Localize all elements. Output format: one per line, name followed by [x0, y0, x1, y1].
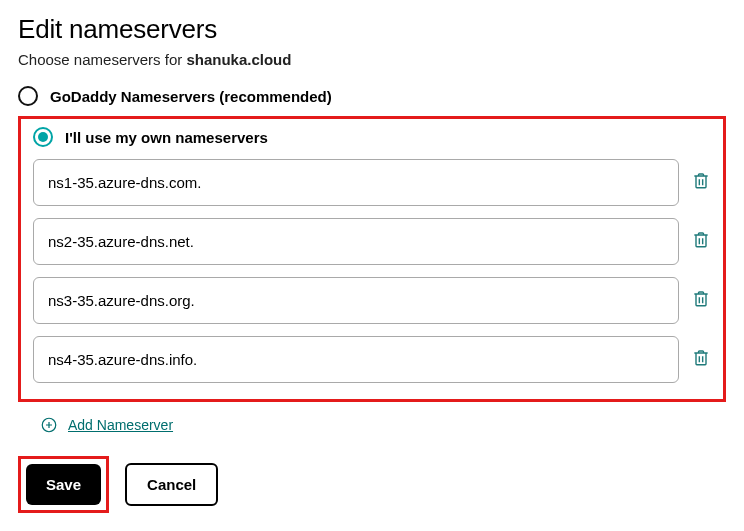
nameserver-row [33, 336, 711, 383]
radio-own-nameservers[interactable]: I'll use my own nameservers [33, 127, 711, 147]
delete-nameserver-button[interactable] [691, 170, 711, 196]
delete-nameserver-button[interactable] [691, 347, 711, 373]
radio-dot-icon [38, 132, 48, 142]
radio-godaddy-nameservers[interactable]: GoDaddy Nameservers (recommended) [18, 86, 726, 106]
action-buttons: Save Cancel [18, 456, 726, 513]
nameserver-row [33, 159, 711, 206]
radio-unselected-icon [18, 86, 38, 106]
trash-icon [691, 170, 711, 192]
own-nameservers-highlight: I'll use my own nameservers [18, 116, 726, 402]
subtitle-prefix: Choose nameservers for [18, 51, 186, 68]
trash-icon [691, 229, 711, 251]
save-button[interactable]: Save [26, 464, 101, 505]
page-subtitle: Choose nameservers for shanuka.cloud [18, 51, 726, 68]
nameserver-input-1[interactable] [33, 159, 679, 206]
cancel-button[interactable]: Cancel [125, 463, 218, 506]
page-title: Edit nameservers [18, 14, 726, 45]
delete-nameserver-button[interactable] [691, 288, 711, 314]
nameserver-input-2[interactable] [33, 218, 679, 265]
add-nameserver-button[interactable]: Add Nameserver [40, 416, 726, 434]
subtitle-domain: shanuka.cloud [186, 51, 291, 68]
radio-own-label: I'll use my own nameservers [65, 129, 268, 146]
nameserver-input-4[interactable] [33, 336, 679, 383]
nameserver-row [33, 277, 711, 324]
trash-icon [691, 347, 711, 369]
radio-godaddy-label: GoDaddy Nameservers (recommended) [50, 88, 332, 105]
trash-icon [691, 288, 711, 310]
add-nameserver-label: Add Nameserver [68, 417, 173, 433]
save-highlight: Save [18, 456, 109, 513]
nameserver-input-3[interactable] [33, 277, 679, 324]
delete-nameserver-button[interactable] [691, 229, 711, 255]
radio-selected-icon [33, 127, 53, 147]
plus-circle-icon [40, 416, 58, 434]
nameserver-row [33, 218, 711, 265]
